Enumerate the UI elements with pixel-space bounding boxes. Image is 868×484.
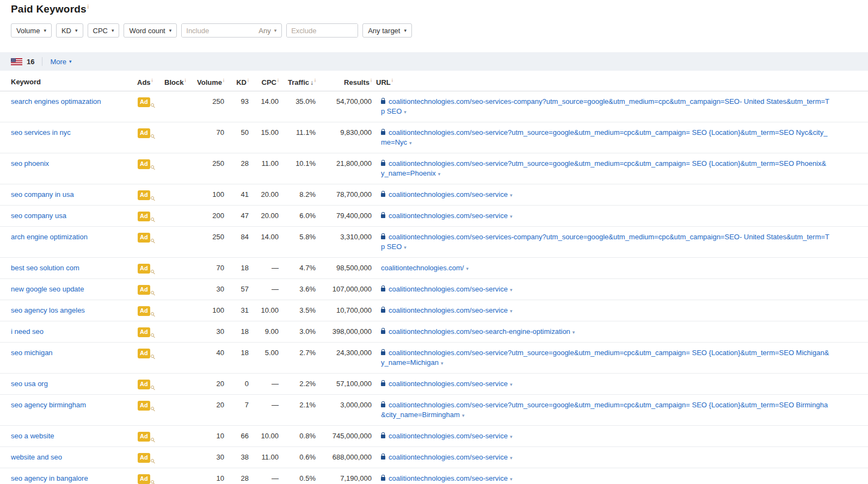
url-chevron-down-icon[interactable]: ▾: [441, 361, 444, 366]
ad-badge[interactable]: Ad: [138, 97, 150, 107]
url-link[interactable]: coalitiontechnologies.com/seo-service▾: [381, 190, 512, 198]
countries-bar: 16 More ▾: [0, 52, 868, 71]
url-link[interactable]: coalitiontechnologies.com/seo-search-eng…: [381, 327, 575, 336]
kd-cell: 47: [229, 206, 253, 227]
url-chevron-down-icon[interactable]: ▾: [572, 330, 575, 335]
header-block: Blocki: [164, 71, 196, 91]
header-kd[interactable]: KDi: [229, 71, 253, 91]
cpc-filter-button[interactable]: CPC ▾: [88, 23, 120, 38]
keyword-link[interactable]: seo agency birmingham: [11, 401, 86, 409]
ad-badge[interactable]: Ad: [138, 349, 150, 358]
url-chevron-down-icon[interactable]: ▾: [510, 308, 513, 314]
lock-icon: [381, 330, 385, 334]
url-link[interactable]: coalitiontechnologies.com/seo-service?ut…: [381, 401, 828, 419]
results-cell: 745,000,000: [320, 426, 376, 447]
url-chevron-down-icon[interactable]: ▾: [409, 140, 412, 146]
url-link[interactable]: coalitiontechnologies.com/seo-service?ut…: [381, 128, 827, 146]
keyword-link[interactable]: seo phoenix: [11, 159, 49, 167]
volume-filter-button[interactable]: Volume ▾: [11, 23, 52, 38]
url-link[interactable]: coalitiontechnologies.com/seo-service▾: [381, 212, 512, 220]
url-chevron-down-icon[interactable]: ▾: [510, 287, 513, 293]
url-link[interactable]: coalitiontechnologies.com/seo-service▾: [381, 285, 512, 293]
keyword-link[interactable]: new google seo update: [11, 285, 84, 293]
url-link[interactable]: coalitiontechnologies.com/seo-service▾: [381, 474, 512, 482]
header-volume[interactable]: Volumei: [196, 71, 229, 91]
url-chevron-down-icon[interactable]: ▾: [462, 413, 465, 418]
url-link[interactable]: coalitiontechnologies.com/seo-services-c…: [381, 233, 829, 251]
keyword-link[interactable]: seo company usa: [11, 212, 66, 220]
ad-badge[interactable]: Ad: [138, 212, 150, 221]
url-link[interactable]: coalitiontechnologies.com/▾: [381, 264, 469, 272]
url-chevron-down-icon[interactable]: ▾: [510, 455, 513, 461]
ad-badge[interactable]: Ad: [138, 233, 150, 243]
volume-cell: 40: [196, 343, 229, 374]
target-filter-button[interactable]: Any target ▾: [362, 23, 412, 38]
results-cell: 57,100,000: [320, 374, 376, 395]
url-link[interactable]: coalitiontechnologies.com/seo-service▾: [381, 432, 512, 440]
url-chevron-down-icon[interactable]: ▾: [466, 266, 469, 271]
url-chevron-down-icon[interactable]: ▾: [510, 476, 513, 482]
header-volume-label: Volume: [197, 78, 222, 86]
url-link[interactable]: coalitiontechnologies.com/seo-service?ut…: [381, 349, 829, 367]
exclude-input[interactable]: [287, 24, 358, 37]
keyword-link[interactable]: seo services in nyc: [11, 128, 71, 136]
header-traffic-label: Traffic: [288, 78, 309, 86]
header-cpc[interactable]: CPCi: [253, 71, 283, 91]
url-chevron-down-icon[interactable]: ▾: [510, 434, 513, 439]
kd-filter-button[interactable]: KD ▾: [56, 23, 83, 38]
url-link[interactable]: coalitiontechnologies.com/seo-service▾: [381, 380, 512, 388]
country-tab-us[interactable]: 16: [11, 58, 34, 66]
url-link[interactable]: coalitiontechnologies.com/seo-service▾: [381, 306, 512, 314]
volume-cell: 30: [196, 321, 229, 343]
volume-cell: 200: [196, 206, 229, 227]
header-traffic[interactable]: Traffic↓i: [283, 71, 320, 91]
url-chevron-down-icon[interactable]: ▾: [404, 109, 407, 115]
more-countries-button[interactable]: More ▾: [50, 58, 71, 66]
word-count-filter-button[interactable]: Word count ▾: [124, 23, 177, 38]
ad-badge[interactable]: Ad: [138, 264, 150, 274]
url-chevron-down-icon[interactable]: ▾: [438, 171, 441, 177]
ad-badge[interactable]: Ad: [138, 159, 150, 169]
ad-badge[interactable]: Ad: [138, 453, 150, 463]
block-cell: [164, 184, 196, 206]
ad-badge[interactable]: Ad: [138, 306, 150, 316]
keyword-link[interactable]: search engines optimazation: [11, 97, 101, 106]
ad-badge[interactable]: Ad: [138, 190, 150, 200]
include-match-select[interactable]: Any ▾: [254, 27, 281, 35]
traffic-cell: 4.7%: [283, 258, 320, 279]
ad-badge[interactable]: Ad: [138, 401, 150, 411]
keyword-link[interactable]: seo usa org: [11, 380, 48, 388]
url-link[interactable]: coalitiontechnologies.com/seo-services-c…: [381, 97, 829, 115]
keyword-cell: new google seo update: [0, 279, 137, 300]
keyword-link[interactable]: seo company in usa: [11, 190, 74, 198]
keyword-link[interactable]: best seo solution com: [11, 264, 79, 272]
us-flag-icon: [11, 58, 22, 65]
keyword-link[interactable]: seo michigan: [11, 349, 53, 357]
ad-badge[interactable]: Ad: [138, 380, 150, 389]
keyword-link[interactable]: i need seo: [11, 327, 44, 336]
ad-badge[interactable]: Ad: [138, 285, 150, 295]
chevron-down-icon: ▾: [169, 28, 172, 33]
ad-badge[interactable]: Ad: [138, 128, 150, 138]
include-input[interactable]: [182, 24, 254, 37]
ad-badge[interactable]: Ad: [138, 432, 150, 442]
header-ads: Adsi: [137, 71, 164, 91]
url-cell: coalitiontechnologies.com/seo-service▾: [376, 468, 868, 484]
keyword-link[interactable]: arch engine optimization: [11, 233, 88, 241]
url-cell: coalitiontechnologies.com/seo-service?ut…: [376, 122, 868, 153]
url-link[interactable]: coalitiontechnologies.com/seo-service?ut…: [381, 159, 826, 177]
traffic-cell: 8.2%: [283, 184, 320, 206]
keyword-link[interactable]: seo agency los angeles: [11, 306, 85, 314]
ad-badge[interactable]: Ad: [138, 474, 150, 484]
url-chevron-down-icon[interactable]: ▾: [510, 214, 513, 219]
url-chevron-down-icon[interactable]: ▾: [404, 245, 407, 250]
traffic-cell: 2.7%: [283, 343, 320, 374]
url-link[interactable]: coalitiontechnologies.com/seo-service▾: [381, 453, 512, 461]
header-results[interactable]: Resultsi: [320, 71, 376, 91]
url-chevron-down-icon[interactable]: ▾: [510, 382, 513, 387]
ad-badge[interactable]: Ad: [138, 327, 150, 337]
keyword-link[interactable]: website and seo: [11, 453, 62, 461]
url-chevron-down-icon[interactable]: ▾: [510, 193, 513, 198]
keyword-link[interactable]: seo agency in bangalore: [11, 474, 88, 482]
keyword-link[interactable]: seo a website: [11, 432, 54, 440]
